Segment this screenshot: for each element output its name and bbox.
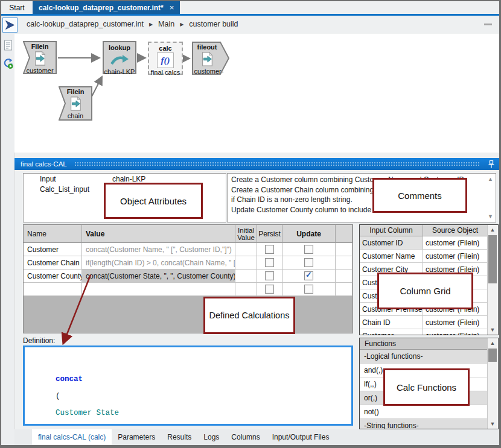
update-checkbox[interactable] <box>304 258 313 267</box>
calc-name-cell[interactable]: Customer <box>24 243 82 256</box>
column-grid-row[interactable]: Customer customer (Filein) <box>360 329 498 335</box>
node-fileout-customer[interactable]: fileout customer- <box>192 42 229 75</box>
bottom-tab[interactable]: Results <box>161 429 197 445</box>
input-column-cell[interactable]: Customer <box>360 329 423 335</box>
calc-value-cell[interactable]: if(length(Chain ID) > 0, concat(Chain Na… <box>82 256 235 270</box>
scroll-down-icon[interactable]: ▼ <box>488 213 493 219</box>
function-item[interactable]: -Logical functions- <box>360 350 488 364</box>
col-header-name[interactable]: Name <box>24 225 82 243</box>
chevron-right-icon: ▶ <box>149 22 153 27</box>
persist-checkbox[interactable] <box>265 271 274 280</box>
calc-name-cell[interactable]: Customer Chain <box>24 256 82 270</box>
scroll-down-icon[interactable]: ▼ <box>488 419 497 429</box>
calc-value-cell[interactable]: concat(Customer Name, " [", Customer ID,… <box>82 243 235 256</box>
function-item[interactable]: not() <box>360 405 488 419</box>
tab-active-document[interactable]: calc-lookup_dataprep_customer.int* × <box>33 1 180 14</box>
filler-cell <box>336 243 353 256</box>
column-grid-row[interactable]: Customer Name customer (Filein) <box>360 250 498 263</box>
panel-titlebar: final calcs-CAL <box>14 158 499 170</box>
col-header-input-column[interactable]: Input Column <box>360 225 423 236</box>
column-grid-row[interactable]: Chain ID customer (Filein) <box>360 316 498 329</box>
scroll-up-icon[interactable]: ▲ <box>488 225 497 235</box>
functions-scrollbar[interactable]: ▲ ▼ <box>487 338 498 429</box>
source-object-cell[interactable]: customer (Filein) <box>423 316 488 329</box>
calc-table-row[interactable]: Customer concat(Customer Name, " [", Cus… <box>24 243 353 256</box>
breadcrumb-item-subgraph[interactable]: customer build <box>189 20 238 28</box>
chevron-right-icon: ▶ <box>180 22 183 27</box>
annotation-column-grid: Column Grid <box>377 273 473 309</box>
minimize-dash-icon[interactable] <box>484 24 492 25</box>
run-icon <box>5 20 15 30</box>
tab-start[interactable]: Start <box>1 1 33 14</box>
col-header-update[interactable]: Update <box>282 225 336 243</box>
scroll-up-icon[interactable]: ▲ <box>488 176 493 182</box>
breadcrumb-item-main[interactable]: Main <box>158 20 174 28</box>
function-item[interactable]: -String functions- <box>360 419 488 429</box>
breadcrumb-bar: calc-lookup_dataprep_customer.int ▶ Main… <box>1 16 499 34</box>
initial-value-cell[interactable] <box>235 243 257 256</box>
run-button[interactable] <box>2 17 18 33</box>
close-tab-icon[interactable]: × <box>170 3 174 12</box>
calc-table-row[interactable]: Customer Chain if(length(Chain ID) > 0, … <box>24 256 353 270</box>
update-checkbox[interactable] <box>304 285 313 294</box>
definition-editor[interactable]: concat ( Customer State , ", " , Custome… <box>23 345 353 426</box>
col-header-initial-value[interactable]: Initial Value <box>235 225 257 243</box>
source-object-cell[interactable]: customer (Filein) <box>423 329 488 335</box>
scrollbar-thumb[interactable] <box>488 235 497 283</box>
initial-value-cell[interactable] <box>235 283 257 296</box>
node-filein-customer[interactable]: Filein customer <box>23 41 57 74</box>
bottom-tab[interactable]: Columns <box>225 429 266 445</box>
function-icon: f() <box>149 52 182 69</box>
bottom-tab[interactable]: Logs <box>197 429 225 445</box>
bottom-tab[interactable]: Input/Output Files <box>266 429 336 445</box>
attribute-name: Input <box>24 175 112 183</box>
update-cell <box>282 243 336 256</box>
update-checkbox[interactable] <box>304 245 313 254</box>
bottom-tab[interactable]: final calcs-CAL (calc) <box>32 429 112 445</box>
input-column-cell[interactable]: Customer ID <box>360 236 423 250</box>
col-header-value[interactable]: Value <box>82 225 235 243</box>
node-label: customer <box>23 67 57 74</box>
dataflow-canvas[interactable]: Filein customer lookup chain-LKP <box>14 34 499 153</box>
node-calc-final-calcs[interactable]: calc f() final calcs <box>148 42 183 75</box>
bottom-tab[interactable]: Parameters <box>112 429 161 445</box>
calc-value-cell[interactable] <box>82 283 235 296</box>
scroll-down-icon[interactable]: ▼ <box>488 325 497 335</box>
calc-name-cell[interactable]: Customer County <box>24 270 82 283</box>
update-cell <box>282 256 336 270</box>
source-object-cell[interactable]: customer (Filein) <box>423 236 488 250</box>
persist-checkbox[interactable] <box>265 245 274 254</box>
initial-value-cell[interactable] <box>235 270 257 283</box>
input-column-cell[interactable]: Chain ID <box>360 316 423 329</box>
input-column-cell[interactable]: Customer Name <box>360 250 423 263</box>
pin-icon[interactable] <box>488 160 494 168</box>
calc-table-row[interactable] <box>24 283 353 296</box>
column-grid-scrollbar[interactable]: ▲ ▼ <box>487 225 498 335</box>
scroll-up-icon[interactable]: ▲ <box>488 338 497 348</box>
node-type: fileout <box>192 43 222 51</box>
attribute-value: chain-LKP <box>112 175 226 183</box>
update-checkbox[interactable] <box>304 271 313 280</box>
breadcrumb-item-file[interactable]: calc-lookup_dataprep_customer.int <box>27 20 144 28</box>
initial-value-cell[interactable] <box>235 256 257 270</box>
node-label: final calcs <box>149 69 182 76</box>
source-object-cell[interactable]: customer (Filein) <box>423 250 488 263</box>
run-history-icon[interactable] <box>2 58 13 69</box>
annotation-calc-functions: Calc Functions <box>383 368 470 406</box>
calc-name-cell[interactable] <box>24 283 82 296</box>
persist-cell <box>257 283 282 296</box>
col-header-persist[interactable]: Persist <box>257 225 282 243</box>
col-header-source-object[interactable]: Source Object <box>423 225 488 236</box>
node-lookup-chain-lkp[interactable]: lookup chain-LKP <box>103 41 136 74</box>
column-grid-row[interactable]: Customer ID customer (Filein) <box>360 236 498 250</box>
attribute-name: Calc_List_input <box>24 185 112 194</box>
persist-checkbox[interactable] <box>265 285 274 294</box>
calc-table-row[interactable]: Customer County concat(Customer State, "… <box>24 270 353 283</box>
calculations-table: Name Value Initial Value Persist Update … <box>23 224 353 333</box>
document-icon[interactable] <box>2 40 13 51</box>
node-filein-chain[interactable]: Filein chain <box>59 86 92 121</box>
persist-checkbox[interactable] <box>265 258 274 267</box>
left-sidebar <box>1 34 15 445</box>
calc-value-cell[interactable]: concat(Customer State, ", ", Customer Co… <box>82 270 235 283</box>
scrollbar-thumb[interactable] <box>488 349 497 362</box>
